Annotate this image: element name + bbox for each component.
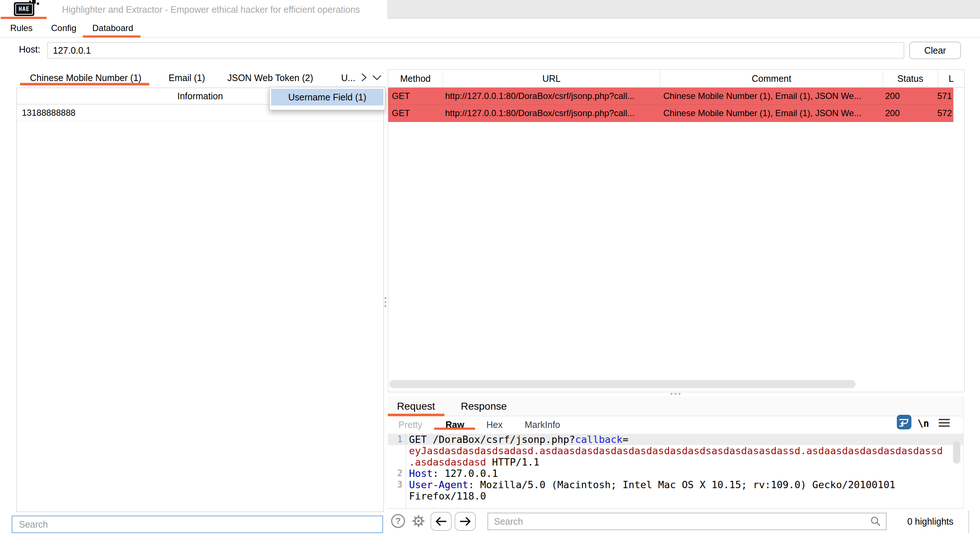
- request-row[interactable]: GEThttp://127.0.0.1:80/DoraBox/csrf/json…: [388, 105, 953, 122]
- title-bar: HAE Highlighter and Extractor - Empower …: [0, 0, 980, 19]
- highlights-count: 0 highlights: [893, 513, 967, 530]
- hae-databoard-window: { "theme": { "accent": "#f2683c", "red_r…: [0, 0, 980, 536]
- app-title: Highlighter and Extractor - Empower ethi…: [62, 0, 360, 19]
- subtab-active-underline: [434, 428, 475, 430]
- tab-config[interactable]: Config: [51, 19, 76, 37]
- horizontal-scrollbar-thumb[interactable]: [389, 380, 856, 388]
- dropdown-item-username-field[interactable]: Username Field (1): [271, 89, 383, 105]
- line-number: 1: [388, 434, 402, 445]
- newline-icon[interactable]: \n: [918, 416, 929, 431]
- tab-active-underline: [83, 35, 140, 38]
- code-segment-value: eyJasdasdasdasdsadasd.asdaasdasdasdasdas…: [409, 445, 943, 456]
- request-cell-url: http://127.0.0.1:80/DoraBox/csrf/jsonp.p…: [442, 105, 660, 121]
- tab-rules[interactable]: Rules: [10, 19, 32, 37]
- data-tab-username-field-truncated[interactable]: U...: [341, 68, 355, 86]
- code-text: GET /DoraBox/csrf/jsonp.php?callback=: [402, 434, 628, 445]
- logo-pixel: [37, 3, 39, 5]
- requests-table-body: GEThttp://127.0.0.1:80/DoraBox/csrf/json…: [388, 88, 964, 122]
- line-number: [388, 445, 402, 456]
- line-number: 3: [388, 479, 402, 490]
- request-raw-content: 1GET /DoraBox/csrf/jsonp.php?callback=ey…: [388, 433, 963, 508]
- tab-response[interactable]: Response: [461, 397, 507, 416]
- line-number: [388, 490, 402, 502]
- logo-pixel: [32, 0, 36, 4]
- search-icon: [870, 515, 881, 530]
- code-segment-plain: HTTP/1.1: [486, 456, 539, 468]
- logo-pixel: [29, 1, 31, 3]
- code-line[interactable]: 3User-Agent: Mozilla/5.0 (Macintosh; Int…: [388, 479, 963, 490]
- clear-button[interactable]: Clear: [909, 41, 961, 59]
- column-header-length[interactable]: L: [938, 70, 964, 87]
- previous-highlight-button[interactable]: [431, 512, 452, 531]
- data-tab-email[interactable]: Email (1): [169, 68, 205, 86]
- code-segment-plain: Firefox/118.0: [409, 490, 486, 502]
- column-header-status[interactable]: Status: [883, 70, 938, 87]
- data-tab-json-web-token[interactable]: JSON Web Token (2): [227, 68, 313, 86]
- request-cell-status: 200: [882, 88, 937, 104]
- request-cell-comment: Chinese Mobile Number (1), Email (1), JS…: [660, 88, 882, 104]
- request-cell-method: GET: [388, 88, 442, 104]
- code-segment-header: User-Agent: [409, 479, 468, 490]
- data-tab-chinese-mobile-number[interactable]: Chinese Mobile Number (1): [30, 68, 142, 86]
- title-bar-empty-area: [388, 0, 980, 19]
- information-search-input[interactable]: [12, 515, 383, 533]
- code-line[interactable]: Firefox/118.0: [388, 490, 963, 502]
- code-text: Firefox/118.0: [402, 490, 486, 502]
- next-highlight-button[interactable]: [455, 512, 476, 531]
- subtab-raw[interactable]: Raw: [445, 416, 464, 433]
- column-header-method[interactable]: Method: [388, 70, 442, 87]
- code-text: Host: 127.0.0.1: [402, 468, 498, 479]
- request-cell-comment: Chinese Mobile Number (1), Email (1), JS…: [660, 105, 882, 121]
- code-line[interactable]: eyJasdasdasdasdsadasd.asdaasdasdasdasdas…: [388, 445, 963, 456]
- hae-logo-text: HAE: [15, 4, 33, 14]
- vertical-splitter-grip[interactable]: [385, 297, 387, 307]
- column-header-comment[interactable]: Comment: [660, 70, 883, 87]
- code-text: .asdasdasdasd HTTP/1.1: [402, 456, 539, 468]
- tab-databoard[interactable]: Databoard: [92, 19, 133, 37]
- request-cell-length: 572: [937, 105, 953, 121]
- gear-icon[interactable]: [410, 513, 427, 531]
- vertical-scrollbar-thumb[interactable]: [953, 441, 960, 464]
- request-cell-status: 200: [882, 105, 937, 121]
- editor-search-input[interactable]: [487, 513, 886, 530]
- code-line[interactable]: .asdasdasdasd HTTP/1.1: [388, 456, 963, 468]
- request-row[interactable]: GEThttp://127.0.0.1:80/DoraBox/csrf/json…: [388, 88, 953, 105]
- gutter-separator: [406, 433, 406, 508]
- request-cell-url: http://127.0.0.1:80/DoraBox/csrf/jsonp.p…: [442, 88, 660, 104]
- code-segment-param: callback: [575, 434, 622, 445]
- help-icon[interactable]: ?: [391, 514, 405, 528]
- message-editor-tab-bar: Request Response: [388, 397, 963, 416]
- code-line[interactable]: 1GET /DoraBox/csrf/jsonp.php?callback=: [388, 434, 963, 445]
- code-segment-plain: : Mozilla/5.0 (Macintosh; Intel Mac OS X…: [468, 479, 896, 490]
- chevron-right-icon[interactable]: [359, 72, 369, 83]
- hae-logo-icon[interactable]: HAE: [14, 2, 34, 16]
- editor-bottom-border: [388, 508, 963, 509]
- chevron-down-icon[interactable]: [371, 72, 382, 83]
- editor-right-border: [963, 397, 964, 508]
- host-input[interactable]: [48, 42, 904, 58]
- main-tab-bar: Rules Config Databoard: [0, 19, 980, 38]
- menu-icon[interactable]: [939, 418, 950, 429]
- message-editor-subtab-bar: Pretty Raw Hex MarkInfo: [388, 416, 963, 433]
- subtab-pretty[interactable]: Pretty: [398, 416, 422, 433]
- line-number: [388, 456, 402, 468]
- horizontal-splitter-grip[interactable]: [671, 393, 681, 395]
- request-cell-length: 571: [937, 88, 953, 104]
- code-segment-header: Host: [409, 468, 433, 479]
- requests-table: Method URL Comment Status L GEThttp://12…: [388, 69, 965, 392]
- code-text: eyJasdasdasdasdsadasd.asdaasdasdasdasdas…: [402, 445, 943, 456]
- requests-table-header: Method URL Comment Status L: [388, 70, 964, 88]
- tab-active-underline: [388, 414, 444, 416]
- line-number: 2: [388, 468, 402, 479]
- code-segment-plain: =: [622, 434, 628, 445]
- code-line[interactable]: 2Host: 127.0.0.1: [388, 468, 963, 479]
- word-wrap-icon[interactable]: [897, 415, 912, 429]
- subtab-hex[interactable]: Hex: [486, 416, 503, 433]
- code-segment-value: .asdasdasdasd: [409, 456, 486, 468]
- tab-overflow-dropdown: Username Field (1): [269, 87, 385, 110]
- host-label: Host:: [19, 38, 40, 61]
- subtab-markinfo[interactable]: MarkInfo: [525, 416, 560, 433]
- tab-request[interactable]: Request: [397, 397, 435, 416]
- information-table: Information 13188888888: [16, 88, 384, 512]
- column-header-url[interactable]: URL: [442, 70, 660, 87]
